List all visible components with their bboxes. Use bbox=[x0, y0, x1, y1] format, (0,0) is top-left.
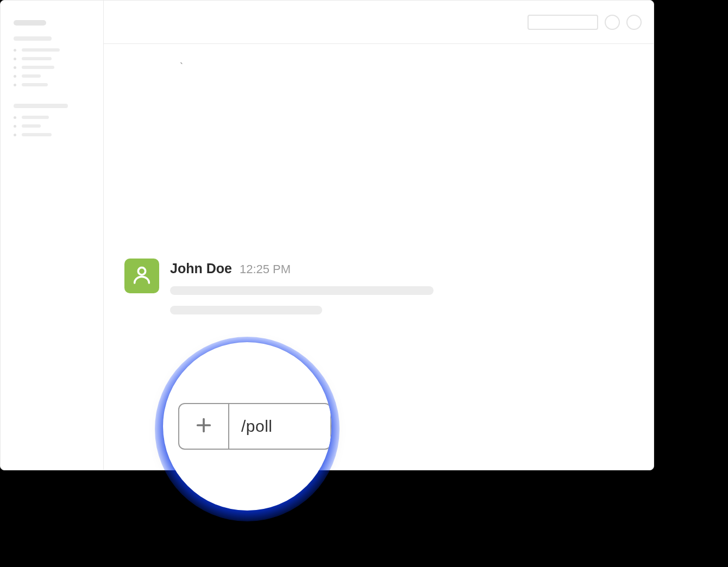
topbar-action-2[interactable] bbox=[626, 15, 642, 30]
sidebar-item-placeholder[interactable] bbox=[14, 57, 90, 60]
topbar-action-1[interactable] bbox=[605, 15, 620, 30]
sidebar bbox=[1, 1, 104, 470]
sidebar-item-placeholder[interactable] bbox=[14, 124, 90, 128]
sidebar-item-placeholder[interactable] bbox=[14, 133, 90, 136]
message-text-placeholder bbox=[170, 306, 322, 314]
message-composer[interactable]: /poll bbox=[178, 403, 331, 450]
message-row: John Doe 12:25 PM bbox=[124, 259, 434, 314]
sidebar-item-placeholder[interactable] bbox=[14, 83, 90, 86]
avatar[interactable] bbox=[124, 259, 159, 293]
message-author[interactable]: John Doe bbox=[170, 261, 232, 276]
message-text-placeholder bbox=[170, 286, 434, 295]
decorative-mark: ` bbox=[180, 61, 183, 73]
sidebar-workspace-placeholder bbox=[14, 20, 46, 26]
sidebar-section-header-placeholder bbox=[14, 36, 52, 41]
composer-input-text[interactable]: /poll bbox=[229, 404, 330, 449]
sidebar-section-header-placeholder bbox=[14, 104, 68, 108]
plus-icon bbox=[194, 416, 213, 437]
attach-button[interactable] bbox=[179, 404, 229, 449]
zoom-lens: /poll bbox=[163, 342, 331, 511]
message-body: John Doe 12:25 PM bbox=[170, 259, 434, 314]
sidebar-item-placeholder[interactable] bbox=[14, 116, 90, 119]
svg-point-0 bbox=[138, 268, 145, 275]
sidebar-item-placeholder[interactable] bbox=[14, 66, 90, 69]
person-icon bbox=[131, 264, 153, 288]
sidebar-item-placeholder[interactable] bbox=[14, 74, 90, 78]
topbar bbox=[104, 1, 654, 44]
message-timestamp: 12:25 PM bbox=[240, 262, 291, 276]
sidebar-item-placeholder[interactable] bbox=[14, 48, 90, 52]
search-input[interactable] bbox=[528, 15, 598, 30]
